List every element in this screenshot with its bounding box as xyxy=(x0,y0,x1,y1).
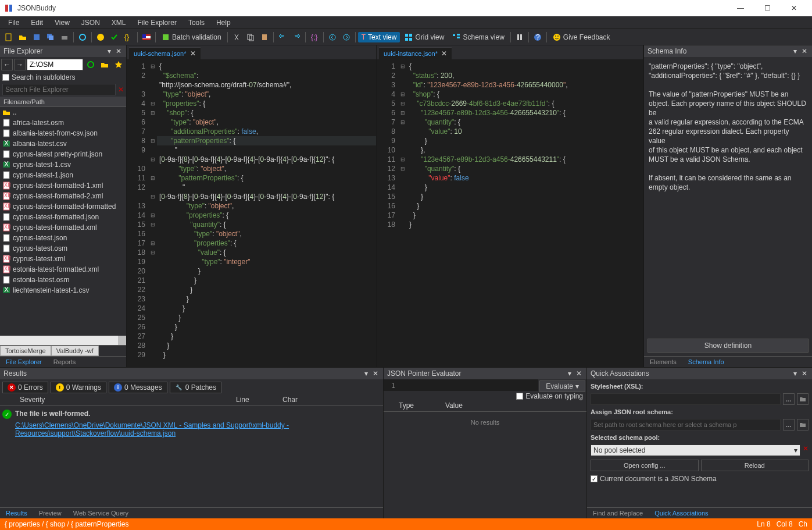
path-refresh-icon[interactable] xyxy=(84,58,97,71)
tab-quick-assoc[interactable]: Quick Associations xyxy=(649,508,714,518)
file-item[interactable]: cyprus-latest.osm xyxy=(0,243,126,254)
file-item[interactable]: Xliechtenstein-latest-1.csv xyxy=(0,285,126,296)
menu-help[interactable]: Help xyxy=(210,17,237,29)
panel-close-icon[interactable]: ✕ xyxy=(115,47,123,55)
file-item[interactable]: albania-latest-from-csv.json xyxy=(0,128,126,138)
panel-close-icon[interactable]: ✕ xyxy=(800,369,809,378)
clear-pool-icon[interactable]: ✕ xyxy=(803,444,809,456)
file-item[interactable]: estonia-latest.osm xyxy=(0,275,126,285)
check-icon[interactable] xyxy=(108,31,121,44)
tool-tortoise[interactable]: TortoiseMerge xyxy=(0,346,51,356)
panel-close-icon[interactable]: ✕ xyxy=(575,369,583,378)
redo-icon[interactable] xyxy=(290,31,303,44)
menu-edit[interactable]: Edit xyxy=(25,17,49,29)
file-item[interactable]: Xcyprus-latest-1.csv xyxy=(0,159,126,170)
tab-elements[interactable]: Elements xyxy=(644,357,682,367)
panel-close-icon[interactable]: ✕ xyxy=(800,47,809,55)
file-item[interactable]: cyprus-latest-1.json xyxy=(0,170,126,180)
grid-view-button[interactable]: Grid view xyxy=(401,32,448,42)
tool-valbuddy[interactable]: ValBuddy -wf xyxy=(51,346,99,356)
text-view-button[interactable]: TText view xyxy=(358,32,400,42)
menu-file[interactable]: File xyxy=(2,17,25,29)
search-subfolders-checkbox[interactable]: Search in subfolders xyxy=(2,73,75,81)
file-list[interactable]: .. africa-latest.osmalbania-latest-from-… xyxy=(0,107,126,336)
menu-view[interactable]: View xyxy=(49,17,76,29)
paste-icon[interactable] xyxy=(258,31,271,44)
col-char[interactable]: Char xyxy=(282,396,329,405)
menu-file-explorer[interactable]: File Explorer xyxy=(132,17,183,29)
pool-select[interactable]: No pool selected▾ xyxy=(591,444,800,456)
panel-dropdown-icon[interactable]: ▾ xyxy=(105,47,113,55)
panel-dropdown-icon[interactable]: ▾ xyxy=(791,369,799,378)
batch-validation-button[interactable]: Batch validation xyxy=(158,32,225,42)
tab-find-replace[interactable]: Find and Replace xyxy=(587,508,649,518)
clear-search-icon[interactable]: ✕ xyxy=(118,86,124,94)
cut-icon[interactable] xyxy=(230,31,243,44)
minimize-button[interactable]: — xyxy=(727,0,754,16)
menu-xml[interactable]: XML xyxy=(106,17,132,29)
menu-tools[interactable]: Tools xyxy=(183,17,210,29)
file-item[interactable]: cyprus-latest.json xyxy=(0,233,126,243)
undo-icon[interactable] xyxy=(276,31,289,44)
open-folder-icon[interactable] xyxy=(16,31,29,44)
feedback-button[interactable]: Give Feedback xyxy=(549,32,614,42)
maximize-button[interactable]: ☐ xyxy=(754,0,781,16)
menu-json[interactable]: JSON xyxy=(76,17,106,29)
open-stylesheet-icon[interactable] xyxy=(797,393,809,405)
result-row[interactable]: ✓ The file is well-formed. xyxy=(2,408,381,420)
tab-close-icon[interactable]: ✕ xyxy=(441,49,447,58)
evaluate-typing-checkbox[interactable]: Evaluate on typing xyxy=(516,392,583,400)
nav-forward-icon[interactable] xyxy=(340,31,353,44)
file-scrollbar[interactable] xyxy=(0,336,126,345)
pause-icon[interactable] xyxy=(513,31,526,44)
panel-dropdown-icon[interactable]: ▾ xyxy=(362,369,370,378)
chip-messages[interactable]: i0 Messages xyxy=(109,382,167,393)
tab-file-explorer[interactable]: File Explorer xyxy=(0,357,48,367)
breadcrumb[interactable]: { properties / { shop / { patternPropert… xyxy=(5,520,757,528)
file-item[interactable]: cyprus-latest pretty-print.json xyxy=(0,149,126,159)
reload-button[interactable]: Reload xyxy=(701,460,809,471)
nav-back-icon[interactable] xyxy=(326,31,339,44)
print-icon[interactable] xyxy=(58,31,71,44)
flag-icon[interactable] xyxy=(140,31,153,44)
col-type[interactable]: Type xyxy=(387,401,445,411)
col-severity[interactable]: Severity xyxy=(3,396,236,405)
path-folder-icon[interactable] xyxy=(98,58,111,71)
save-all-icon[interactable] xyxy=(44,31,57,44)
file-item[interactable]: xmlcyprus-latest-formatted-1.xml xyxy=(0,180,126,191)
braces-icon[interactable]: {} xyxy=(122,31,135,44)
chip-patches[interactable]: 🔧0 Patches xyxy=(170,382,221,393)
new-file-icon[interactable] xyxy=(2,31,15,44)
tab-preview[interactable]: Preview xyxy=(33,508,67,518)
file-item[interactable]: africa-latest.osm xyxy=(0,118,126,128)
chip-errors[interactable]: ✕0 Errors xyxy=(2,382,48,393)
editor-content-left[interactable]: 12 3456789 101112 1314151617181920212223… xyxy=(127,59,376,367)
save-icon[interactable] xyxy=(30,31,43,44)
file-search-input[interactable] xyxy=(2,84,116,95)
nav-back-button[interactable]: ← xyxy=(1,59,13,70)
file-item[interactable]: xmlcyprus-latest.xml xyxy=(0,254,126,264)
col-line[interactable]: Line xyxy=(236,396,282,405)
is-schema-checkbox[interactable]: Current document is a JSON Schema xyxy=(591,475,809,483)
editor-tab-instance[interactable]: uuid-instance.json* ✕ xyxy=(379,47,452,59)
show-definition-button[interactable]: Show definition xyxy=(648,339,809,353)
stylesheet-input[interactable] xyxy=(591,393,781,405)
file-item[interactable]: cyprus-latest-formatted.json xyxy=(0,212,126,222)
close-button[interactable]: ✕ xyxy=(781,0,807,16)
format-icon[interactable]: {;} xyxy=(308,31,321,44)
refresh-icon[interactable] xyxy=(76,31,89,44)
open-config-button[interactable]: Open config ... xyxy=(591,460,699,471)
panel-dropdown-icon[interactable]: ▾ xyxy=(791,47,799,55)
browse-schema-button[interactable]: ... xyxy=(783,419,795,431)
tab-web-service[interactable]: Web Service Query xyxy=(67,508,134,518)
file-item-up[interactable]: .. xyxy=(0,107,126,118)
path-star-icon[interactable] xyxy=(112,58,125,71)
file-item[interactable]: xmlcyprus-latest-formatted-2.xml xyxy=(0,191,126,201)
panel-dropdown-icon[interactable]: ▾ xyxy=(566,369,574,378)
open-schema-icon[interactable] xyxy=(797,419,809,431)
tab-schema-info[interactable]: Schema Info xyxy=(682,357,730,367)
editor-content-right[interactable]: 123456789101112131415161718 ⊟⊟⊟⊟⊟⊟⊟ { "s… xyxy=(377,59,643,367)
path-input[interactable]: Z:\OSM xyxy=(27,59,83,70)
file-item[interactable]: xmlestonia-latest-formatted.xml xyxy=(0,264,126,275)
result-file-path[interactable]: C:\Users\Clemens\OneDrive\Dokumente\JSON… xyxy=(15,421,381,437)
